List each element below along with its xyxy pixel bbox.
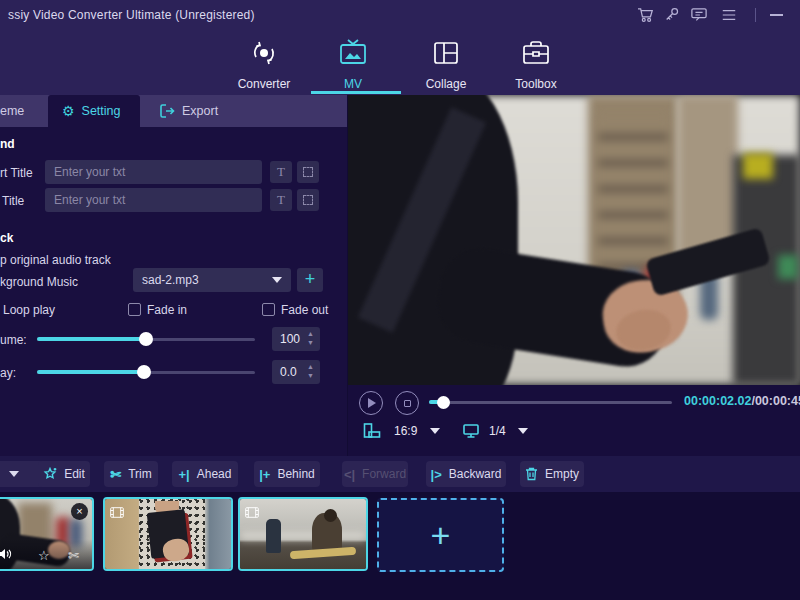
position-icon — [303, 195, 313, 205]
start-title-font-button[interactable]: T — [270, 161, 292, 183]
volume-value: 100 — [280, 332, 300, 346]
clip1-remove-button[interactable]: × — [71, 503, 88, 520]
clip-timeline: × ☆ ✄ — [0, 492, 800, 600]
background-music-label: kground Music — [0, 275, 78, 289]
tab-theme[interactable]: eme — [0, 95, 38, 127]
fade-out-checkbox[interactable] — [262, 303, 275, 316]
screen-split-dropdown[interactable] — [518, 428, 528, 434]
titlebar-separator — [755, 8, 756, 22]
add-music-button[interactable]: + — [297, 268, 323, 292]
tab-theme-label: eme — [0, 104, 24, 118]
tab-collage-label: Collage — [426, 77, 467, 91]
ahead-button[interactable]: +| Ahead — [172, 461, 238, 487]
start-title-input[interactable] — [45, 160, 262, 184]
clip-toolbar: | Edit ✄ Trim +| Ahead |+ Behind <| Forw… — [0, 456, 800, 492]
screen-split-value: 1/4 — [489, 424, 506, 438]
tab-converter[interactable]: Converter — [219, 38, 309, 92]
building-windows — [598, 115, 668, 275]
add-clip-button[interactable]: + — [377, 498, 504, 572]
toolbox-icon — [520, 38, 552, 68]
backward-button[interactable]: |> Backward — [426, 461, 506, 487]
tab-collage[interactable]: Collage — [401, 38, 491, 92]
fade-in-label: Fade in — [147, 303, 187, 317]
stop-button[interactable] — [395, 391, 419, 415]
play-button[interactable] — [359, 391, 383, 415]
minimize-button[interactable] — [770, 14, 783, 16]
screen-split-icon — [462, 423, 480, 443]
spin-down-icon[interactable]: ▼ — [307, 340, 314, 346]
settings-panel: eme ⚙ Setting Export nd rt Title T Title — [0, 95, 347, 456]
clip3-film-icon — [245, 504, 259, 522]
audio-section-header: ck — [0, 231, 13, 245]
loop-play-label: Loop play — [3, 303, 55, 317]
keep-audio-label: p original audio track — [0, 253, 111, 267]
player-controls: 00:00:02.02/00:00:45 16:9 1/4 — [348, 385, 800, 456]
chevron-down-icon — [272, 277, 282, 283]
clip3-head — [324, 509, 337, 522]
tab-setting[interactable]: ⚙ Setting — [48, 95, 140, 127]
edit-button[interactable]: Edit — [38, 461, 90, 487]
start-title-position-button[interactable] — [297, 161, 319, 183]
volume-label: ume: — [0, 333, 27, 347]
behind-button[interactable]: |+ Behind — [254, 461, 320, 487]
seek-bar[interactable] — [429, 395, 672, 409]
fade-in-checkbox[interactable] — [128, 303, 141, 316]
cart-icon[interactable] — [637, 7, 655, 23]
tab-converter-label: Converter — [238, 77, 291, 91]
clip1-trim-icon[interactable]: ✄ — [68, 548, 79, 563]
end-title-position-button[interactable] — [297, 189, 319, 211]
spin-up-icon[interactable]: ▲ — [307, 331, 314, 337]
empty-button[interactable]: Empty — [520, 461, 584, 487]
clip1-audio-icon[interactable] — [0, 548, 12, 563]
collage-icon — [430, 38, 462, 68]
feedback-icon[interactable] — [690, 7, 708, 23]
forward-button[interactable]: <| Forward — [342, 461, 408, 487]
start-title-label: rt Title — [0, 166, 33, 180]
mv-icon — [337, 38, 369, 68]
background-music-select[interactable]: sad-2.mp3 — [133, 268, 291, 292]
forward-label: Forward — [362, 467, 406, 481]
tab-mv[interactable]: MV — [308, 38, 398, 92]
delay-slider[interactable] — [37, 365, 255, 379]
menu-icon[interactable] — [720, 7, 738, 23]
active-tab-underline — [311, 91, 401, 94]
edit-magic-icon — [43, 467, 57, 481]
panel-tab-strip: eme ⚙ Setting Export — [0, 95, 347, 127]
tab-mv-label: MV — [344, 77, 362, 91]
clip1-edit-icon[interactable]: ☆ — [38, 548, 50, 563]
aspect-ratio-icon — [363, 422, 381, 444]
volume-spinbox[interactable]: 100 ▲ ▼ — [272, 327, 320, 351]
move-backward-icon: |> — [431, 467, 442, 482]
title-bar: ssiy Video Converter Ultimate (Unregiste… — [0, 0, 800, 30]
delay-spinbox[interactable]: 0.0 ▲ ▼ — [272, 360, 320, 384]
spin-up-icon[interactable]: ▲ — [307, 364, 314, 370]
scissors-icon: ✄ — [110, 467, 121, 482]
export-icon — [160, 104, 175, 118]
trash-icon — [525, 467, 538, 481]
seek-knob[interactable] — [437, 396, 450, 409]
text-format-icon: T — [277, 192, 285, 208]
spin-down-icon[interactable]: ▼ — [307, 373, 314, 379]
delay-label: ay: — [0, 366, 16, 380]
text-format-icon: T — [277, 164, 285, 180]
tab-export[interactable]: Export — [146, 95, 232, 127]
aspect-ratio-dropdown[interactable] — [430, 428, 440, 434]
end-title-input[interactable] — [45, 188, 262, 212]
trim-button[interactable]: ✄ Trim — [104, 461, 158, 487]
end-title-font-button[interactable]: T — [270, 189, 292, 211]
behind-label: Behind — [277, 467, 314, 481]
background-music-value: sad-2.mp3 — [142, 273, 199, 287]
play-icon — [368, 398, 376, 408]
app-window: ssiy Video Converter Ultimate (Unregiste… — [0, 0, 800, 600]
clip-thumbnail-2[interactable] — [103, 497, 233, 571]
delay-value: 0.0 — [280, 365, 297, 379]
delay-slider-knob[interactable] — [137, 365, 151, 379]
volume-slider-knob[interactable] — [139, 332, 153, 346]
clip-thumbnail-1[interactable]: × ☆ ✄ — [0, 497, 94, 571]
tab-toolbox[interactable]: Toolbox — [491, 38, 581, 92]
clip-thumbnail-3[interactable] — [238, 497, 368, 571]
time-total: /00:00:45 — [751, 394, 800, 408]
volume-slider[interactable] — [37, 332, 255, 346]
key-icon[interactable] — [663, 7, 681, 23]
stop-icon — [404, 400, 411, 407]
